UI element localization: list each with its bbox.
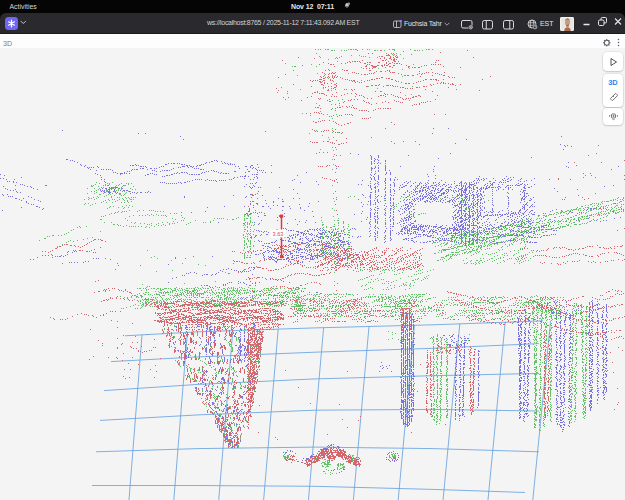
svg-text:3.63: 3.63 [273,231,284,237]
